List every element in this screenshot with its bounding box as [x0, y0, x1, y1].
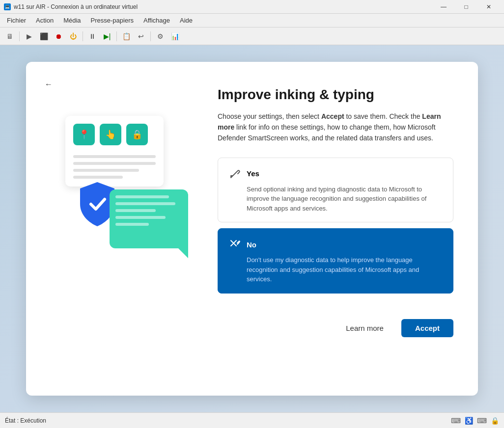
- toolbar-sep-1: [19, 31, 20, 41]
- status-text: État : Exécution: [5, 417, 46, 424]
- right-content: Improve inking & typing Choose your sett…: [218, 86, 453, 337]
- main-area: ← 📍 👆 🔒: [0, 45, 504, 412]
- illus-line-3: [73, 169, 139, 172]
- illus-lines: [73, 155, 156, 179]
- illus-icon-fingerprint: 👆: [100, 124, 121, 145]
- illus-icon-location: 📍: [73, 124, 95, 145]
- toolbar-btn-copy[interactable]: 📋: [119, 30, 133, 43]
- dialog-content: 📍 👆 🔒: [51, 86, 453, 376]
- dialog-footer: Learn more Accept: [218, 319, 453, 337]
- title-bar-left: 💻 w11 sur AIR - Connexion à un ordinateu…: [4, 3, 138, 10]
- illus-line-1: [73, 155, 156, 158]
- option-no[interactable]: No Don't use my diagnostic data to help …: [218, 228, 453, 294]
- status-icons: ⌨ ♿ ⌨ 🔒: [451, 417, 499, 425]
- close-button[interactable]: ✕: [477, 0, 500, 14]
- toolbar-sep-4: [150, 31, 151, 41]
- menu-media[interactable]: Média: [58, 15, 85, 26]
- dialog-description: Choose your settings, then select Accept…: [218, 111, 453, 144]
- app-icon: 💻: [4, 3, 11, 10]
- desc-bold-accept: Accept: [321, 112, 344, 120]
- status-bar: État : Exécution ⌨ ♿ ⌨ 🔒: [0, 412, 504, 428]
- illus-icon-lock: 🔒: [126, 124, 148, 145]
- toolbar-btn-power[interactable]: ⏻: [66, 30, 80, 43]
- maximize-button[interactable]: □: [455, 0, 477, 14]
- toolbar-btn-stop[interactable]: ⬛: [37, 30, 51, 43]
- menu-action[interactable]: Action: [31, 15, 58, 26]
- illus-document-card: 📍 👆 🔒: [65, 116, 164, 187]
- person-icon: ♿: [465, 417, 473, 425]
- illus-line-2: [73, 162, 156, 165]
- toolbar-btn-record[interactable]: ⏺: [52, 30, 65, 43]
- toolbar-sep-2: [83, 31, 83, 41]
- illustration-inner: 📍 👆 🔒: [60, 101, 188, 258]
- toolbar-btn-chart[interactable]: 📊: [168, 30, 182, 43]
- learn-more-button[interactable]: Learn more: [336, 319, 393, 337]
- illustration: 📍 👆 🔒: [51, 86, 198, 273]
- accept-button[interactable]: Accept: [401, 319, 453, 337]
- menu-fichier[interactable]: Fichier: [2, 15, 31, 26]
- option-yes-title: Yes: [247, 169, 259, 178]
- dialog-title: Improve inking & typing: [218, 86, 453, 103]
- option-yes-header: Yes: [228, 167, 443, 181]
- lock-icon: 🔒: [491, 417, 499, 425]
- dialog-window: ← 📍 👆 🔒: [26, 62, 478, 396]
- toolbar-btn-monitor[interactable]: 🖥: [3, 30, 17, 43]
- illus-chat-bubble: [110, 189, 188, 248]
- minimize-button[interactable]: —: [432, 0, 455, 14]
- menu-aide[interactable]: Aide: [175, 15, 197, 26]
- illus-line-4: [73, 176, 123, 179]
- window-title: w11 sur AIR - Connexion à un ordinateur …: [14, 3, 138, 10]
- toolbar-btn-undo[interactable]: ↩: [134, 30, 148, 43]
- option-yes-desc: Send optional inking and typing diagnost…: [228, 185, 443, 214]
- toolbar-sep-3: [116, 31, 117, 41]
- option-no-icon: [228, 238, 242, 251]
- menu-affichage[interactable]: Affichage: [139, 15, 175, 26]
- option-no-header: No: [228, 238, 443, 251]
- toolbar-btn-pause[interactable]: ⏸: [85, 30, 99, 43]
- option-yes-icon: [228, 167, 242, 181]
- option-yes[interactable]: Yes Send optional inking and typing diag…: [218, 158, 453, 223]
- toolbar-btn-settings[interactable]: ⚙: [153, 30, 167, 43]
- keyboard-icon-2: ⌨: [477, 417, 487, 425]
- keyboard-icon: ⌨: [451, 417, 461, 425]
- toolbar-btn-next[interactable]: ▶|: [100, 30, 114, 43]
- option-no-desc: Don't use my diagnostic data to help imp…: [228, 255, 443, 284]
- illus-card-icons: 📍 👆 🔒: [73, 124, 156, 145]
- menu-bar: Fichier Action Média Presse-papiers Affi…: [0, 14, 504, 27]
- toolbar: 🖥 ▶ ⬛ ⏺ ⏻ ⏸ ▶| 📋 ↩ ⚙ 📊: [0, 27, 504, 45]
- toolbar-btn-play[interactable]: ▶: [22, 30, 36, 43]
- window-controls: — □ ✕: [432, 0, 500, 14]
- menu-presse-papiers[interactable]: Presse-papiers: [86, 15, 139, 26]
- option-no-title: No: [247, 241, 256, 249]
- title-bar: 💻 w11 sur AIR - Connexion à un ordinateu…: [0, 0, 504, 14]
